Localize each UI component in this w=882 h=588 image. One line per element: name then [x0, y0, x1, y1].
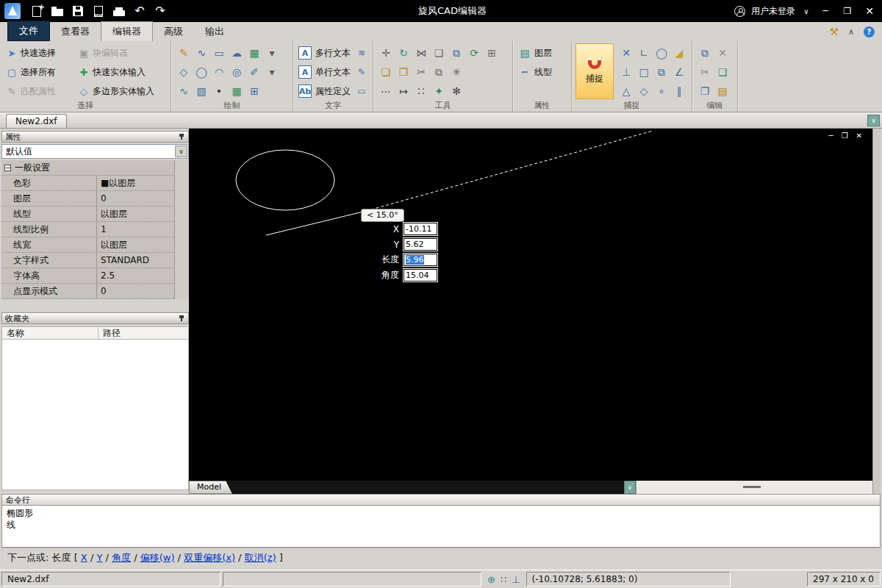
property-row[interactable]: 图层 0	[1, 191, 174, 207]
property-value[interactable]: 0	[97, 284, 174, 298]
user-menu-chevron-icon[interactable]: ∨	[801, 7, 811, 15]
pin-icon[interactable]	[178, 133, 185, 140]
property-row[interactable]: 线宽 以图层	[1, 237, 174, 253]
command-history[interactable]: 椭圆形线	[1, 506, 881, 548]
dyn-x-input[interactable]: -10.11	[404, 223, 437, 235]
settings-wrench-icon[interactable]: ⚒	[829, 26, 839, 37]
tab-output[interactable]: 输出	[194, 22, 235, 41]
minimize-button[interactable]: ─	[817, 6, 833, 16]
grid-snap-icon[interactable]: ∷	[501, 574, 506, 585]
document-tab[interactable]: New2.dxf	[6, 114, 67, 128]
dyn-length-input[interactable]: 5.96	[404, 254, 437, 266]
new-file-button[interactable]: +	[27, 2, 46, 20]
quick-entity-input-button[interactable]: ✚ 快速实体输入	[76, 62, 167, 82]
snap-endpoint-icon[interactable]: ∟	[635, 43, 653, 62]
user-status-label[interactable]: 用户未登录	[751, 5, 795, 18]
open-group-icon[interactable]: ❐	[395, 62, 412, 82]
redo-button[interactable]: ↷	[151, 2, 170, 20]
property-row[interactable]: 字体高 2.5	[1, 268, 174, 284]
snap-intersection-icon[interactable]: ✕	[617, 43, 635, 62]
property-value[interactable]: 以图层	[97, 207, 174, 221]
command-prompt[interactable]: 下一点或: 长度 [ X / Y / 角度 / 偏移(w) / 双重偏移(x) …	[1, 548, 881, 567]
copy-entity-icon[interactable]: ⧉	[448, 43, 465, 62]
move-icon[interactable]: ✛	[377, 43, 395, 62]
property-section-row[interactable]: − 一般设置	[1, 160, 189, 176]
polyline-icon[interactable]: ∿	[193, 43, 210, 62]
magic-select-icon[interactable]: ✦	[430, 82, 448, 101]
attribute-define-button[interactable]: Ab 属性定义	[297, 82, 352, 101]
insert-block-icon[interactable]: ▦	[245, 43, 263, 62]
help-icon[interactable]: ?	[864, 26, 875, 37]
copy-icon[interactable]: ⧉	[696, 43, 714, 62]
drawing-canvas[interactable]: ─ ❐ ✕ < 15.0° X -10.11 Y 5.62 长度 5.96 角度…	[189, 129, 872, 494]
canvas-minimize-button[interactable]: ─	[829, 132, 833, 140]
single-text-button[interactable]: A 单行文本	[297, 62, 352, 82]
canvas-close-button[interactable]: ✕	[856, 132, 862, 140]
quick-select-button[interactable]: ➤ 快速选择	[4, 43, 76, 62]
array-icon[interactable]: ⊞	[483, 43, 501, 62]
export-pdf-button[interactable]: PDF	[89, 2, 108, 20]
paste-special-icon[interactable]: ▤	[714, 82, 731, 101]
copy-base-icon[interactable]: ❐	[696, 82, 714, 101]
arc-icon[interactable]: ◠	[210, 62, 228, 82]
ellipse-entity[interactable]	[236, 150, 334, 210]
mirror-icon[interactable]: ⋈	[412, 43, 430, 62]
property-value[interactable]: STANDARD	[97, 253, 174, 268]
dyn-y-input[interactable]: 5.62	[404, 238, 437, 251]
horizontal-scrollbar[interactable]	[636, 481, 872, 494]
text-flow-icon[interactable]: ≋	[354, 43, 369, 62]
model-tab[interactable]: Model	[189, 481, 232, 494]
zoom-icon[interactable]: ⊕	[487, 574, 495, 585]
revcloud-icon[interactable]: ☁	[228, 43, 245, 62]
rotate-copy-icon[interactable]: ⟳	[465, 43, 483, 62]
sheet-list-button[interactable]: ∨	[624, 481, 636, 494]
prompt-option-cancel[interactable]: 取消(z)	[245, 552, 276, 563]
delete-icon[interactable]: ✕	[714, 43, 731, 62]
snap-midpoint-icon[interactable]: □	[635, 62, 653, 82]
table-icon[interactable]: ▦	[228, 82, 245, 101]
property-value[interactable]: ■以图层	[97, 176, 174, 190]
polygon-icon[interactable]: ◇	[175, 62, 193, 82]
undo-button[interactable]: ↶	[130, 2, 149, 20]
property-row[interactable]: 文字样式 STANDARD	[1, 253, 174, 268]
canvas-restore-button[interactable]: ❐	[842, 132, 848, 140]
draworder-icon[interactable]: ❏	[430, 43, 448, 62]
spline-icon[interactable]: ∿	[175, 82, 193, 101]
grid-icon[interactable]: ⊞	[245, 82, 263, 101]
make-group-icon[interactable]: ❏	[377, 62, 395, 82]
property-value[interactable]: 0	[97, 191, 174, 206]
save-button[interactable]	[68, 2, 87, 20]
divide-icon[interactable]: ∷	[412, 82, 430, 101]
tab-viewer[interactable]: 查看器	[50, 22, 101, 41]
tab-list-button[interactable]: ∨	[867, 115, 880, 126]
prompt-option-x[interactable]: X	[81, 552, 87, 563]
linetype-button[interactable]: ┅ 线型	[517, 62, 567, 82]
point-icon[interactable]: •	[210, 82, 228, 101]
explode-icon[interactable]: ✳	[448, 62, 465, 82]
hatch-icon[interactable]: ▨	[193, 82, 210, 101]
tab-editor[interactable]: 编辑器	[101, 21, 153, 41]
block-editor-button[interactable]: ▣ 块编辑器	[76, 43, 167, 62]
close-button[interactable]: ✕	[861, 5, 878, 17]
dyn-angle-input[interactable]: 15.04	[404, 269, 437, 282]
layers-button[interactable]: ▤ 图层	[517, 43, 567, 62]
prompt-option-offset[interactable]: 偏移(w)	[140, 552, 175, 563]
ortho-icon[interactable]: ⊥	[512, 574, 520, 585]
pin-icon[interactable]	[178, 315, 185, 322]
mtext-button[interactable]: A 多行文本	[297, 43, 352, 62]
sketch-icon[interactable]: ✐	[245, 62, 263, 82]
tab-file[interactable]: 文件	[7, 21, 50, 41]
tool-settings-icon[interactable]: ✻	[448, 82, 465, 101]
snap-center-icon[interactable]: ◯	[653, 43, 670, 62]
collapse-ribbon-icon[interactable]: ∧	[848, 27, 854, 37]
chevron-down-icon[interactable]: ∨	[175, 146, 187, 157]
tab-advanced[interactable]: 高级	[153, 22, 194, 41]
circle-icon[interactable]: ◯	[193, 62, 210, 82]
favorites-column-path[interactable]: 路径	[98, 327, 188, 339]
text-edit-icon[interactable]: ✎	[354, 62, 369, 82]
cut-icon[interactable]: ✂	[696, 62, 714, 82]
property-grid-scrollbar[interactable]	[174, 160, 189, 299]
property-value[interactable]: 1	[97, 222, 174, 237]
draw-more-icon[interactable]: ▾	[263, 43, 281, 62]
snap-insertion-icon[interactable]: ⧉	[653, 62, 670, 82]
